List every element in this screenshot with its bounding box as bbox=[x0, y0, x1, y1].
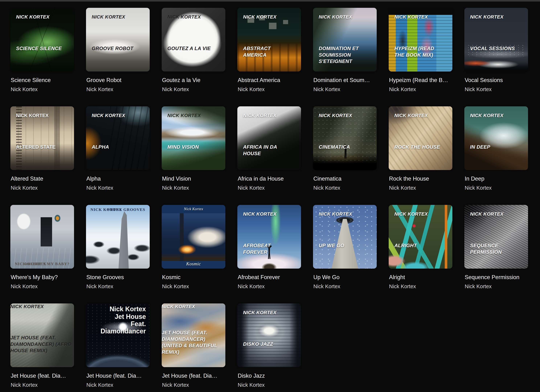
album-card[interactable]: NICK KORTEX SEQUENCE PERMISSION Sequence… bbox=[464, 205, 528, 303]
album-cover-art[interactable]: NICK KORTEX ALPHA bbox=[86, 106, 150, 170]
album-title-link[interactable]: Sequence Permission bbox=[465, 274, 528, 281]
album-cover-art[interactable]: NICK KORTEX VOCAL SESSIONS bbox=[464, 8, 528, 71]
album-cover-art[interactable]: NICK KORTEX ROCK THE HOUSE bbox=[389, 106, 452, 170]
album-card[interactable]: NICK KORTEX UP WE GO Up We Go Nick Korte… bbox=[313, 205, 377, 303]
album-card[interactable]: NICK KORTEX ALTERED STATE Altered State … bbox=[10, 106, 74, 205]
album-card[interactable]: NICK KORTEX ROCK THE HOUSE Rock the Hous… bbox=[389, 106, 452, 205]
album-card[interactable]: NICK KORTEX GOUTEZ A LA VIE Goutez a la … bbox=[162, 8, 225, 106]
album-card[interactable]: NICK KORTEX SCIENCE SILENCE Science Sile… bbox=[10, 8, 74, 106]
album-cover-art[interactable]: NICK KORTEX AFROBEAT FOREVER bbox=[237, 205, 301, 269]
album-card[interactable]: NICK KORTEX AFRICA IN DA HOUSE Africa in… bbox=[237, 106, 301, 205]
album-artist-link[interactable]: Nick Kortex bbox=[162, 185, 225, 191]
album-title-link[interactable]: Mind Vision bbox=[162, 176, 225, 182]
album-card[interactable]: NICK KORTEX DOMINATION ET SOUMISSION S'E… bbox=[313, 8, 377, 106]
album-title-link[interactable]: In Deep bbox=[465, 176, 528, 182]
album-artist-link[interactable]: Nick Kortex bbox=[162, 382, 225, 388]
album-card[interactable]: NICK KORTEX IN DEEP In Deep Nick Kortex bbox=[464, 106, 528, 205]
album-title-link[interactable]: Science Silence bbox=[11, 77, 74, 84]
album-title-link[interactable]: Africa in da House bbox=[238, 176, 301, 182]
album-card[interactable]: NICK KORTEX JET HOUSE (FEAT. DIAMONDANCE… bbox=[10, 303, 74, 392]
album-title-link[interactable]: Alright bbox=[389, 274, 452, 281]
album-cover-art[interactable]: NICK KORTEX DISKO JAZZ bbox=[237, 303, 301, 367]
album-artist-link[interactable]: Nick Kortex bbox=[11, 185, 74, 191]
album-card[interactable]: NICK KORTEX ABSTRACT AMERICA Abstract Am… bbox=[237, 8, 301, 106]
album-title-link[interactable]: Rock the House bbox=[389, 176, 452, 182]
album-title-link[interactable]: Abstract America bbox=[238, 77, 301, 84]
album-card[interactable]: NICK KORTEX GROOVE ROBOT Groove Robot Ni… bbox=[86, 8, 150, 106]
album-cover-art[interactable]: NICK KORTEX HYPEIZM (READ THE BOOK MIX) bbox=[389, 8, 452, 71]
album-title-link[interactable]: Kosmic bbox=[162, 274, 225, 281]
album-title-link[interactable]: Stone Grooves bbox=[86, 274, 149, 281]
album-artist-link[interactable]: Nick Kortex bbox=[389, 283, 452, 289]
album-cover-art[interactable]: NICK KORTEX SEQUENCE PERMISSION bbox=[464, 205, 528, 269]
album-title-link[interactable]: Disko Jazz bbox=[238, 372, 301, 379]
album-artist-link[interactable]: Nick Kortex bbox=[465, 185, 528, 191]
album-cover-art[interactable]: NICK KORTEX ALRIGHT bbox=[389, 205, 452, 269]
album-artist-link[interactable]: Nick Kortex bbox=[313, 283, 376, 289]
album-card[interactable]: NICK KORTEX ALPHA Alpha Nick Kortex bbox=[86, 106, 150, 205]
album-artist-link[interactable]: Nick Kortex bbox=[86, 283, 149, 289]
album-card[interactable]: NICK KORTEX CINEMATICA Cinematica Nick K… bbox=[313, 106, 377, 205]
album-title-link[interactable]: Afrobeat Forever bbox=[238, 274, 301, 281]
album-title-link[interactable]: Jet House (feat. Dia… bbox=[162, 372, 225, 379]
album-artist-link[interactable]: Nick Kortex bbox=[11, 283, 74, 289]
album-artist-link[interactable]: Nick Kortex bbox=[162, 86, 225, 92]
album-cover-art[interactable]: NICK KORTEX SCIENCE SILENCE bbox=[10, 8, 74, 71]
album-title-link[interactable]: Alpha bbox=[86, 176, 149, 182]
album-artist-link[interactable]: Nick Kortex bbox=[11, 382, 74, 388]
album-cover-art[interactable]: NICK KORTEX STONE GROOVES bbox=[86, 205, 150, 269]
album-title-link[interactable]: Domination et Soum… bbox=[313, 77, 376, 84]
album-card[interactable]: NICK KORTEX VOCAL SESSIONS Vocal Session… bbox=[464, 8, 528, 106]
album-artist-link[interactable]: Nick Kortex bbox=[313, 86, 376, 92]
album-title-link[interactable]: Goutez a la Vie bbox=[162, 77, 225, 84]
album-cover-art[interactable]: NICK KORTEX ALTERED STATE bbox=[10, 106, 74, 170]
album-title-link[interactable]: Where's My Baby? bbox=[11, 274, 74, 281]
album-cover-art[interactable]: NICK KORTEX GOUTEZ A LA VIE bbox=[162, 8, 225, 71]
album-card[interactable]: Nick Kortex Kosmic Kosmic Nick Kortex bbox=[162, 205, 225, 303]
album-artist-link[interactable]: Nick Kortex bbox=[238, 382, 301, 388]
album-title-link[interactable]: Up We Go bbox=[313, 274, 376, 281]
album-artist-link[interactable]: Nick Kortex bbox=[86, 382, 149, 388]
album-cover-art[interactable]: NICK KORTEX IN DEEP bbox=[464, 106, 528, 170]
album-card[interactable]: Nick Kortex Jet House Feat. Diamondancer… bbox=[86, 303, 150, 392]
album-cover-art[interactable]: NICK KORTEX WHERE'S MY BABY? bbox=[10, 205, 74, 269]
album-artist-link[interactable]: Nick Kortex bbox=[465, 283, 528, 289]
album-card[interactable]: NICK KORTEX MIND VISION Mind Vision Nick… bbox=[162, 106, 225, 205]
album-card[interactable]: NICK KORTEX DISKO JAZZ Disko Jazz Nick K… bbox=[237, 303, 301, 392]
album-artist-link[interactable]: Nick Kortex bbox=[389, 86, 452, 92]
album-cover-art[interactable]: NICK KORTEX JET HOUSE (FEAT. DIAMONDANCE… bbox=[10, 303, 74, 367]
album-artist-link[interactable]: Nick Kortex bbox=[11, 86, 74, 92]
album-cover-art[interactable]: NICK KORTEX JET HOUSE (FEAT. DIAMONDANCE… bbox=[162, 303, 225, 367]
album-card[interactable]: NICK KORTEX JET HOUSE (FEAT. DIAMONDANCE… bbox=[162, 303, 225, 392]
album-cover-art[interactable]: Nick Kortex Jet House Feat. Diamondancer bbox=[86, 303, 150, 367]
album-artist-link[interactable]: Nick Kortex bbox=[389, 185, 452, 191]
album-artist-link[interactable]: Nick Kortex bbox=[238, 86, 301, 92]
album-title-link[interactable]: Cinematica bbox=[313, 176, 376, 182]
album-artist-link[interactable]: Nick Kortex bbox=[162, 283, 225, 289]
album-cover-art[interactable]: NICK KORTEX UP WE GO bbox=[313, 205, 377, 269]
album-title-link[interactable]: Jet House (feat. Dia… bbox=[11, 372, 74, 379]
album-cover-art[interactable]: Nick Kortex Kosmic bbox=[162, 205, 225, 269]
album-cover-art[interactable]: NICK KORTEX CINEMATICA bbox=[313, 106, 377, 170]
album-card[interactable]: NICK KORTEX ALRIGHT Alright Nick Kortex bbox=[389, 205, 452, 303]
album-title-link[interactable]: Jet House (feat. Dia… bbox=[86, 372, 149, 379]
album-artist-link[interactable]: Nick Kortex bbox=[86, 185, 149, 191]
album-title-link[interactable]: Altered State bbox=[11, 176, 74, 182]
album-cover-art[interactable]: NICK KORTEX GROOVE ROBOT bbox=[86, 8, 150, 71]
album-title-link[interactable]: Hypeizm (Read the B… bbox=[389, 77, 452, 84]
album-artist-link[interactable]: Nick Kortex bbox=[238, 283, 301, 289]
album-title-link[interactable]: Groove Robot bbox=[86, 77, 149, 84]
album-card[interactable]: NICK KORTEX AFROBEAT FOREVER Afrobeat Fo… bbox=[237, 205, 301, 303]
album-artist-link[interactable]: Nick Kortex bbox=[465, 86, 528, 92]
album-card[interactable]: NICK KORTEX HYPEIZM (READ THE BOOK MIX) … bbox=[389, 8, 452, 106]
album-title-link[interactable]: Vocal Sessions bbox=[465, 77, 528, 84]
album-cover-art[interactable]: NICK KORTEX DOMINATION ET SOUMISSION S'E… bbox=[313, 8, 377, 71]
album-artist-link[interactable]: Nick Kortex bbox=[313, 185, 376, 191]
album-artist-link[interactable]: Nick Kortex bbox=[238, 185, 301, 191]
album-cover-art[interactable]: NICK KORTEX AFRICA IN DA HOUSE bbox=[237, 106, 301, 170]
album-artist-link[interactable]: Nick Kortex bbox=[86, 86, 149, 92]
album-card[interactable]: NICK KORTEX WHERE'S MY BABY? Where's My … bbox=[10, 205, 74, 303]
album-cover-art[interactable]: NICK KORTEX ABSTRACT AMERICA bbox=[237, 8, 301, 71]
album-card[interactable]: NICK KORTEX STONE GROOVES Stone Grooves … bbox=[86, 205, 150, 303]
album-cover-art[interactable]: NICK KORTEX MIND VISION bbox=[162, 106, 225, 170]
